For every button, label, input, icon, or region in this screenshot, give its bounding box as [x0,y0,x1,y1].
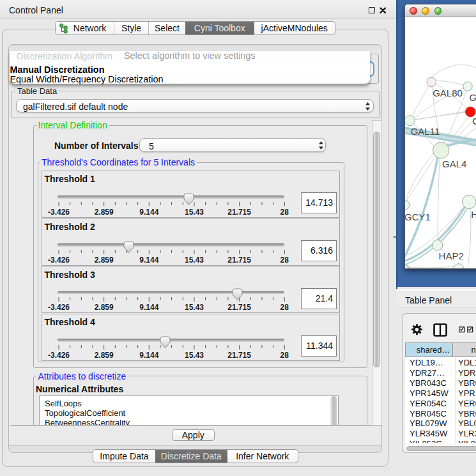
svg-text:H: H [471,209,476,220]
svg-text:GCY1: GCY1 [405,211,431,222]
svg-text:C: C [472,116,476,127]
svg-text:HAP2: HAP2 [439,250,464,261]
svg-text:GAL80: GAL80 [433,88,463,98]
svg-text:GA: GA [469,92,476,103]
svg-text:GAL11: GAL11 [411,126,440,137]
svg-text:GAL4: GAL4 [442,158,466,169]
